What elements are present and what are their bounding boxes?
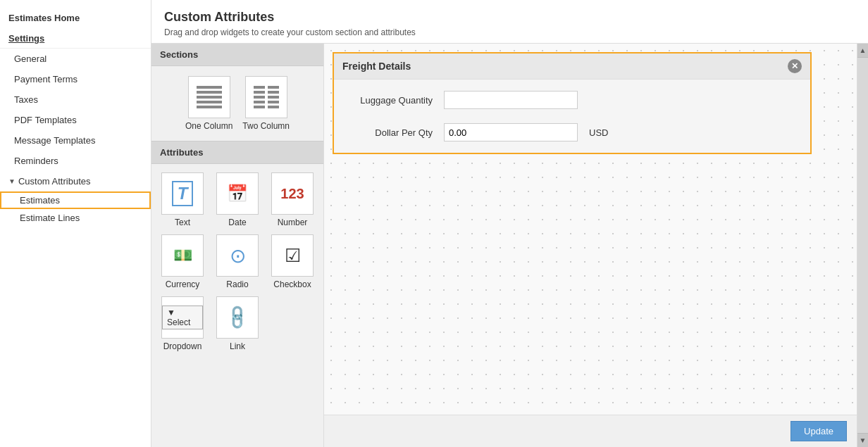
triangle-icon: ▼ — [8, 177, 16, 185]
two-col-bar-r4 — [268, 101, 279, 103]
two-col-right — [268, 86, 279, 108]
text-attribute[interactable]: T Text — [159, 172, 206, 227]
two-column-lines-icon — [248, 80, 285, 114]
luggage-quantity-row: Luggage Quantity — [348, 91, 796, 109]
number-label: Number — [278, 218, 308, 227]
sidebar-home[interactable]: Estimates Home — [0, 7, 151, 29]
sidebar-item-estimate-lines[interactable]: Estimate Lines — [0, 209, 151, 227]
two-col-bar-r1 — [268, 86, 279, 89]
one-col-bar-4 — [197, 101, 222, 103]
sidebar-settings-label: Settings — [0, 29, 151, 49]
sidebar: Estimates Home Settings General Payment … — [0, 0, 151, 447]
one-column-widget[interactable]: One Column — [185, 76, 232, 131]
one-col-bar-1 — [197, 86, 222, 89]
dropdown-label: Dropdown — [163, 341, 202, 351]
sidebar-item-taxes[interactable]: Taxes — [0, 89, 151, 110]
two-col-bar-r3 — [268, 96, 279, 99]
radio-icon: ⊙ — [216, 234, 259, 277]
radio-attribute[interactable]: ⊙ Radio — [213, 234, 261, 289]
date-attribute[interactable]: 📅 Date — [213, 172, 261, 227]
sidebar-item-payment-terms[interactable]: Payment Terms — [0, 69, 151, 89]
page-title: Custom Attributes — [164, 10, 855, 25]
two-column-icon — [245, 76, 287, 118]
dropdown-icon: ▼ Select — [161, 296, 204, 339]
right-panel: Freight Details ✕ Luggage Quantity Dolla… — [324, 44, 857, 447]
number-attribute[interactable]: 123 Number — [268, 172, 316, 227]
two-col-bar-3 — [254, 96, 265, 99]
one-column-icon — [188, 76, 230, 118]
link-icon-glyph: 🔗 — [223, 303, 252, 332]
checkbox-icon: ☑ — [271, 234, 314, 277]
freight-title: Freight Details — [342, 61, 411, 72]
freight-details-box: Freight Details ✕ Luggage Quantity Dolla… — [333, 52, 812, 154]
two-col-bar-2 — [254, 91, 265, 94]
sidebar-custom-attributes-group[interactable]: ▼ Custom Attributes — [0, 171, 151, 191]
text-icon-glyph: T — [172, 181, 194, 206]
dropdown-icon-glyph: ▼ Select — [162, 306, 203, 329]
attributes-header: Attributes — [151, 141, 323, 164]
scrollbar-thumb[interactable] — [857, 58, 868, 433]
sidebar-item-message-templates[interactable]: Message Templates — [0, 130, 151, 151]
link-label: Link — [230, 341, 245, 351]
dropdown-attribute[interactable]: ▼ Select Dropdown — [159, 296, 206, 351]
sidebar-item-pdf-templates[interactable]: PDF Templates — [0, 110, 151, 130]
currency-icon: 💵 — [161, 234, 204, 277]
two-col-bar-r5 — [268, 106, 279, 108]
one-col-bar-5 — [197, 106, 222, 108]
update-button[interactable]: Update — [790, 421, 847, 441]
checkbox-label: Checkbox — [273, 279, 311, 289]
sidebar-item-general[interactable]: General — [0, 49, 151, 69]
two-column-widget[interactable]: Two Column — [242, 76, 290, 131]
dollar-per-qty-suffix: USD — [589, 127, 608, 138]
currency-icon-glyph: 💵 — [173, 246, 192, 265]
sections-area: One Column — [151, 66, 323, 141]
two-column-label: Two Column — [242, 121, 290, 131]
main-header: Custom Attributes Drag and drop widgets … — [151, 0, 868, 44]
one-col-bar-3 — [197, 96, 222, 99]
sections-header: Sections — [151, 44, 323, 66]
two-col-left — [254, 86, 265, 108]
one-col-bar-2 — [197, 91, 222, 94]
main-content: Custom Attributes Drag and drop widgets … — [151, 0, 868, 447]
radio-label: Radio — [226, 279, 248, 289]
two-col-bar-4 — [254, 101, 265, 103]
freight-body: Luggage Quantity Dollar Per Qty USD — [334, 80, 810, 153]
number-icon-glyph: 123 — [280, 186, 304, 202]
two-col-bar-r2 — [268, 91, 279, 94]
freight-header: Freight Details ✕ — [334, 53, 810, 80]
one-column-lines-icon — [191, 80, 228, 114]
sidebar-item-estimates[interactable]: Estimates — [0, 191, 151, 209]
currency-attribute[interactable]: 💵 Currency — [159, 234, 206, 289]
dollar-per-qty-input[interactable] — [444, 123, 578, 141]
text-icon: T — [161, 172, 204, 215]
luggage-quantity-input[interactable] — [444, 91, 578, 109]
checkbox-icon-glyph: ☑ — [285, 245, 301, 267]
dollar-per-qty-label: Dollar Per Qty — [348, 127, 433, 138]
right-scrollbar: ▲ ▼ — [857, 44, 868, 447]
two-col-bar-1 — [254, 86, 265, 89]
footer: Update — [324, 415, 857, 447]
freight-close-button[interactable]: ✕ — [788, 59, 802, 73]
text-label: Text — [175, 218, 190, 227]
scrollbar-up-button[interactable]: ▲ — [857, 44, 868, 58]
attributes-area: T Text 📅 Date 123 Number — [151, 164, 323, 360]
date-icon: 📅 — [216, 172, 259, 215]
custom-attributes-label: Custom Attributes — [18, 176, 91, 187]
number-icon: 123 — [271, 172, 314, 215]
drop-zone[interactable]: Freight Details ✕ Luggage Quantity Dolla… — [324, 44, 857, 415]
dollar-per-qty-row: Dollar Per Qty USD — [348, 123, 796, 141]
page-subtitle: Drag and drop widgets to create your cus… — [164, 27, 855, 37]
sidebar-item-reminders[interactable]: Reminders — [0, 151, 151, 171]
link-attribute[interactable]: 🔗 Link — [213, 296, 261, 351]
date-icon-glyph: 📅 — [227, 184, 248, 203]
content-area: Sections One Column — [151, 44, 868, 447]
left-panel: Sections One Column — [151, 44, 324, 447]
link-icon: 🔗 — [216, 296, 259, 339]
one-column-label: One Column — [185, 121, 232, 131]
radio-icon-glyph: ⊙ — [230, 244, 246, 267]
scrollbar-down-button[interactable]: ▼ — [857, 433, 868, 447]
checkbox-attribute[interactable]: ☑ Checkbox — [268, 234, 316, 289]
currency-label: Currency — [166, 279, 200, 289]
date-label: Date — [228, 218, 246, 227]
luggage-quantity-label: Luggage Quantity — [348, 95, 433, 106]
